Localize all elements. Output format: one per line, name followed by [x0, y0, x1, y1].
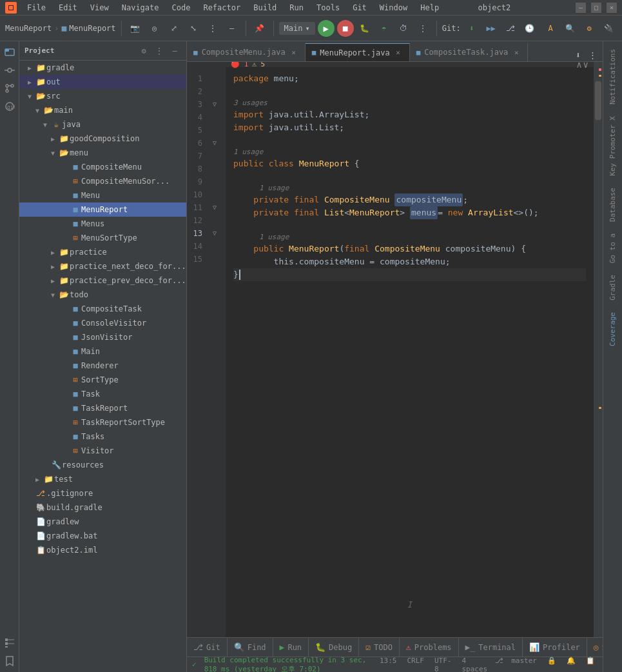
tree-item-Menu[interactable]: ■ Menu: [19, 188, 186, 203]
plugin-btn[interactable]: 🔌: [600, 20, 617, 37]
file-encoding[interactable]: UTF-8: [432, 657, 454, 673]
menu-edit[interactable]: Edit: [56, 2, 80, 14]
more-run-btn[interactable]: ⋮: [414, 20, 431, 37]
bottom-tab-find[interactable]: 🔍 Find: [228, 638, 273, 657]
right-panel-goto[interactable]: Go to a: [606, 228, 619, 268]
tree-item-gradlewbat[interactable]: 📄 gradlew.bat: [19, 529, 186, 543]
bottom-tab-terminal[interactable]: ▶_ Terminal: [459, 638, 523, 657]
profile-button[interactable]: ⏱: [395, 20, 412, 37]
indent-setting[interactable]: 4 spaces: [460, 657, 491, 673]
translate-btn[interactable]: A: [542, 20, 559, 37]
tab-composite-task[interactable]: ■ CompositeTask.java ✕: [410, 43, 529, 61]
fold-icon-13[interactable]: ▽: [213, 227, 217, 240]
pull-requests-icon[interactable]: [1, 80, 18, 97]
build-status-message[interactable]: Build completed successfully in 3 sec, 8…: [202, 656, 372, 673]
pin-btn[interactable]: 📌: [251, 20, 268, 37]
tree-item-main[interactable]: ▼ 📂 main: [19, 103, 186, 117]
bottom-tab-profiler[interactable]: 📊 Profiler: [523, 638, 587, 657]
panel-gear-icon[interactable]: ⚙: [137, 44, 150, 57]
menu-navigate[interactable]: Navigate: [119, 2, 162, 14]
debug-button[interactable]: 🐛: [356, 20, 373, 37]
bottom-tab-todo[interactable]: ☑ TODO: [359, 638, 400, 657]
right-panel-notifications[interactable]: Notifications: [606, 44, 619, 110]
tree-item-resources[interactable]: 🔧 resources: [19, 458, 186, 472]
close-button[interactable]: ✕: [607, 3, 617, 13]
git-push-btn[interactable]: ▶▶: [483, 20, 500, 37]
tree-item-src[interactable]: ▼ 📂 src: [19, 89, 186, 103]
commit-icon[interactable]: [1, 62, 18, 79]
tree-item-CompositeMenu[interactable]: ■ CompositeMenu: [19, 160, 186, 174]
tree-item-gradle[interactable]: ▶ 📁 gradle: [19, 61, 186, 75]
tree-item-TaskReport[interactable]: ■ TaskReport: [19, 401, 186, 415]
fold-icon-6[interactable]: ▽: [213, 137, 217, 150]
structure-icon[interactable]: [1, 635, 18, 651]
project-icon[interactable]: [1, 44, 18, 61]
menu-view[interactable]: View: [88, 2, 112, 14]
tab-close-menu-report[interactable]: ✕: [394, 48, 403, 57]
tab-more-btn[interactable]: ⋮: [586, 48, 599, 61]
git-update-btn[interactable]: ⬇: [463, 20, 480, 37]
camera-btn[interactable]: 📷: [127, 20, 144, 37]
tree-item-gradlew[interactable]: 📄 gradlew: [19, 515, 186, 529]
breadcrumb-root[interactable]: MenuReport: [5, 24, 52, 33]
vcs-branch[interactable]: master: [509, 657, 539, 673]
right-panel-coverage[interactable]: Coverage: [606, 307, 619, 351]
branch-selector[interactable]: Main ▾: [279, 22, 315, 35]
git-sidebar-icon[interactable]: git: [1, 98, 18, 115]
tree-item-practice[interactable]: ▶ 📁 practice: [19, 245, 186, 259]
tree-item-goodComposition[interactable]: ▶ 📁 goodComposition: [19, 132, 186, 146]
tree-item-MenuSortType[interactable]: ⊞ MenuSortType: [19, 231, 186, 245]
tree-item-CompositeMenuSor[interactable]: ⊞ CompositeMenuSor...: [19, 174, 186, 188]
maximize-button[interactable]: □: [591, 3, 601, 13]
fold-icon-11[interactable]: ▽: [213, 201, 217, 214]
fold-icon-3[interactable]: ▽: [213, 98, 217, 111]
tree-item-todo[interactable]: ▼ 📂 todo: [19, 288, 186, 302]
tree-item-Visitor[interactable]: ⊞ Visitor: [19, 444, 186, 458]
nav-up-icon[interactable]: ∧: [576, 62, 581, 71]
breadcrumb-current[interactable]: ■ MenuReport: [61, 23, 115, 33]
cursor-position[interactable]: 13:5: [377, 657, 400, 673]
scrollbar-thumb[interactable]: [595, 81, 601, 120]
bottom-tab-debug[interactable]: 🐛 Debug: [309, 638, 359, 657]
tree-item-Main[interactable]: ■ Main: [19, 344, 186, 359]
bookmarks-icon[interactable]: [1, 653, 18, 669]
tree-item-practice-prev[interactable]: ▶ 📁 practice_prev_deco_for...: [19, 273, 186, 288]
bottom-tab-sonarlint[interactable]: ◎ SonarLint: [587, 638, 603, 657]
tree-item-test[interactable]: ▶ 📁 test: [19, 472, 186, 486]
tree-item-MenuReport[interactable]: ■ MenuReport: [19, 203, 186, 217]
menu-git[interactable]: Git: [350, 2, 369, 14]
tree-item-buildgradle[interactable]: 🐘 build.gradle: [19, 500, 186, 515]
line-separator[interactable]: CRLF: [405, 657, 427, 673]
notifications-icon[interactable]: 🔔: [564, 657, 578, 673]
run-button[interactable]: ▶: [318, 20, 335, 37]
tree-item-out[interactable]: ▶ 📁 out: [19, 75, 186, 89]
expand-btn[interactable]: ⤢: [166, 20, 182, 37]
menu-refactor[interactable]: Refactor: [200, 2, 243, 14]
menu-run[interactable]: Run: [287, 2, 306, 14]
tree-item-CompositeTask[interactable]: ■ CompositeTask: [19, 302, 186, 316]
panel-close-icon[interactable]: —: [168, 44, 181, 57]
tree-item-TaskReportSortType[interactable]: ⊞ TaskReportSortType: [19, 415, 186, 430]
tab-close-composite-task[interactable]: ✕: [512, 48, 521, 57]
minimize-button[interactable]: —: [576, 3, 586, 13]
tree-item-practice-next[interactable]: ▶ 📁 practice_next_deco_for...: [19, 259, 186, 273]
tree-item-Renderer[interactable]: ■ Renderer: [19, 359, 186, 373]
menu-help[interactable]: Help: [418, 2, 442, 14]
menu-tools[interactable]: Tools: [314, 2, 342, 14]
event-log-icon[interactable]: 📋: [583, 657, 598, 673]
editor-scrollbar[interactable]: [594, 62, 603, 637]
tree-item-iml[interactable]: 📋 object2.iml: [19, 543, 186, 557]
menu-code[interactable]: Code: [170, 2, 193, 14]
menu-file[interactable]: File: [24, 2, 48, 14]
tree-item-Tasks[interactable]: ■ Tasks: [19, 430, 186, 444]
git-history-btn[interactable]: 🕒: [521, 20, 538, 37]
tab-composite-menu[interactable]: ■ CompositeMenu.java ✕: [187, 43, 306, 61]
nav-down-icon[interactable]: ∨: [583, 62, 588, 71]
tree-item-JsonVisitor[interactable]: ■ JsonVisitor: [19, 330, 186, 344]
tree-item-menu[interactable]: ▼ 📂 menu: [19, 146, 186, 160]
tab-menu-report[interactable]: ■ MenuReport.java ✕: [306, 43, 410, 61]
close-panel-btn[interactable]: —: [224, 20, 240, 37]
tab-down-btn[interactable]: ⬇: [572, 48, 585, 61]
code-editor[interactable]: 🔴 1 ⚠ 5 ∧ ∨ package menu;: [226, 62, 594, 637]
tree-item-Task[interactable]: ■ Task: [19, 387, 186, 401]
